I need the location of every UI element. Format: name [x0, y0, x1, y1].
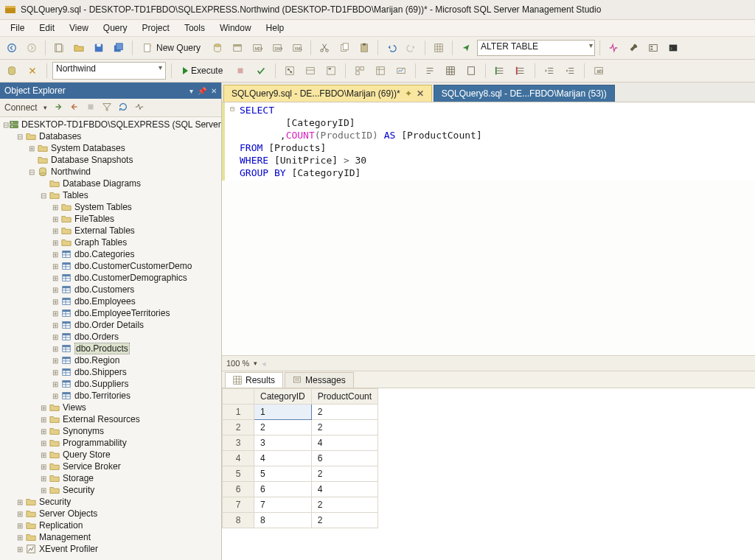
cell[interactable]: 4	[311, 482, 378, 497]
row-number[interactable]: 5	[223, 466, 254, 482]
tree-node[interactable]: ⊞dbo.EmployeeTerritories	[0, 307, 221, 319]
row-number[interactable]: 1	[223, 405, 254, 420]
cell[interactable]: 2	[311, 420, 378, 435]
results-tab[interactable]: Results	[225, 372, 283, 388]
row-number[interactable]: 3	[223, 435, 254, 451]
db-engine-query-icon[interactable]	[209, 39, 226, 57]
tree-node[interactable]: ⊞dbo.Products	[0, 343, 221, 354]
tree-node[interactable]: ⊟Databases	[0, 130, 221, 142]
menu-query[interactable]: Query	[96, 21, 135, 35]
database-selector[interactable]: Northwind	[52, 62, 166, 80]
dmx-query-icon[interactable]: DMX	[268, 39, 286, 57]
paste-icon[interactable]	[355, 39, 373, 57]
tree-node[interactable]: ⊞FileTables	[0, 213, 221, 225]
query-options-icon[interactable]	[302, 62, 319, 80]
client-stats-icon[interactable]	[392, 62, 410, 80]
tree-node[interactable]: ⊞dbo.Suppliers	[0, 378, 221, 390]
tree-node[interactable]: ⊞dbo.Employees	[0, 295, 221, 307]
tree-node[interactable]: ⊞Graph Tables	[0, 237, 221, 248]
cancel-exec-icon[interactable]	[232, 62, 249, 80]
menu-edit[interactable]: Edit	[32, 21, 62, 35]
tree-node[interactable]: ⊞dbo.Customers	[0, 284, 221, 295]
cell[interactable]: 2	[311, 497, 378, 513]
saveall-icon[interactable]	[110, 39, 128, 57]
menu-view[interactable]: View	[62, 21, 96, 35]
messages-tab[interactable]: Messages	[285, 372, 354, 388]
nav-back-icon[interactable]	[3, 39, 21, 57]
tree-node[interactable]: ⊟Tables	[0, 189, 221, 201]
refresh-icon[interactable]	[118, 102, 128, 114]
cell[interactable]: 3	[254, 435, 312, 451]
save-icon[interactable]	[90, 39, 108, 57]
disconnect-icon[interactable]	[69, 102, 80, 114]
new-project-icon[interactable]	[50, 39, 68, 57]
cell[interactable]: 2	[311, 405, 378, 420]
execute-button[interactable]: Execute	[177, 62, 229, 80]
cell[interactable]: 8	[254, 513, 312, 528]
wrench-icon[interactable]	[624, 39, 642, 57]
menu-tools[interactable]: Tools	[177, 21, 212, 35]
tree-node[interactable]: ⊞Security	[0, 484, 221, 496]
find-grid-icon[interactable]	[430, 39, 448, 57]
registered-icon[interactable]	[644, 39, 662, 57]
col-header[interactable]: CategoryID	[254, 389, 312, 405]
activity-icon[interactable]	[605, 39, 622, 57]
row-number[interactable]: 6	[223, 482, 254, 497]
pulse-icon[interactable]	[134, 102, 145, 114]
new-query-button[interactable]: New Query	[137, 39, 206, 57]
results-grid-icon[interactable]	[442, 62, 459, 80]
tree-node[interactable]: ⊞Synonyms	[0, 425, 221, 437]
close-panel-icon[interactable]: ✕	[211, 87, 217, 95]
tree-node[interactable]: ⊞System Tables	[0, 201, 221, 213]
launch-icon[interactable]	[457, 39, 475, 57]
cell[interactable]: 4	[311, 435, 378, 451]
table-combo[interactable]: ALTER TABLE	[477, 40, 595, 56]
row-number[interactable]: 2	[223, 420, 254, 435]
parse-icon[interactable]	[252, 62, 270, 80]
connect-icon[interactable]	[53, 102, 63, 114]
indent-dec-icon[interactable]	[540, 62, 558, 80]
mdx-query-icon[interactable]: MDX	[248, 39, 266, 57]
tree-node[interactable]: ⊟DESKTOP-TD1FBDO\SQLEXPRESS (SQL Server …	[0, 119, 221, 130]
tree-node[interactable]: ⊞External Tables	[0, 225, 221, 237]
zoom-level[interactable]: 100 %	[226, 359, 249, 368]
row-number[interactable]: 7	[223, 497, 254, 513]
tab-query9[interactable]: SQLQuery9.sql - DE...FBDO\Marijan (69))*…	[223, 85, 432, 102]
cell[interactable]: 2	[311, 466, 378, 482]
tree-node[interactable]: ⊞XEvent Profiler	[0, 543, 221, 555]
cell[interactable]: 7	[254, 497, 312, 513]
tree-node[interactable]: ⊞Storage	[0, 472, 221, 484]
tree-node[interactable]: Database Snapshots	[0, 154, 221, 166]
nav-fwd-icon[interactable]	[23, 39, 41, 57]
menu-project[interactable]: Project	[135, 21, 177, 35]
tree-node[interactable]: ⊞dbo.Categories	[0, 248, 221, 260]
autohide-icon[interactable]: 📌	[198, 87, 206, 95]
menu-help[interactable]: Help	[259, 21, 292, 35]
open-icon[interactable]	[70, 39, 88, 57]
tree-node[interactable]: ⊞Management	[0, 531, 221, 543]
tree-node[interactable]: ⊞System Databases	[0, 142, 221, 154]
comment-icon[interactable]	[491, 62, 509, 80]
filter-icon[interactable]	[102, 102, 112, 114]
cut-icon[interactable]	[316, 39, 333, 57]
intellisense-icon[interactable]	[322, 62, 340, 80]
results-text-icon[interactable]	[421, 62, 439, 80]
tree-node[interactable]: ⊞Query Store	[0, 449, 221, 461]
col-header[interactable]	[223, 389, 254, 405]
terminal-icon[interactable]	[664, 39, 682, 57]
cell[interactable]: 5	[254, 466, 312, 482]
tree-node[interactable]: ⊞dbo.CustomerCustomerDemo	[0, 260, 221, 272]
close-tab-icon[interactable]: ✕	[417, 88, 424, 99]
stop-icon[interactable]	[86, 102, 96, 114]
tab-query8[interactable]: SQLQuery8.sql - DE...FBDO\Marijan (53))	[434, 85, 615, 102]
tree-node[interactable]: ⊞dbo.CustomerDemographics	[0, 272, 221, 284]
row-number[interactable]: 8	[223, 513, 254, 528]
pin-icon[interactable]: ▾	[189, 87, 193, 95]
sql-editor[interactable]: ⊟ SELECT [CategoryID] ,COUNT(ProductID) …	[222, 102, 755, 181]
cell[interactable]: 4	[254, 451, 312, 466]
specify-values-icon[interactable]: ab	[590, 62, 608, 80]
cell[interactable]: 2	[311, 513, 378, 528]
redo-icon[interactable]	[403, 39, 420, 57]
cell[interactable]: 6	[311, 451, 378, 466]
cell[interactable]: 6	[254, 482, 312, 497]
